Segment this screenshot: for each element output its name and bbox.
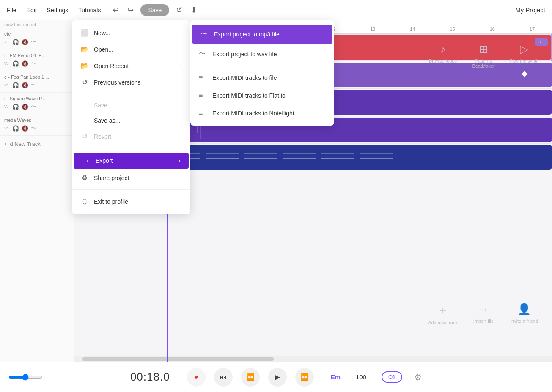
track-label-0: ete bbox=[4, 31, 69, 36]
export-midi-noteflight-label: Export MIDI tracks to Noteflight bbox=[212, 110, 294, 117]
volume-slider[interactable] bbox=[8, 374, 42, 381]
export-mp3-icon: 〜 bbox=[200, 30, 209, 38]
scroll-bar-thumb[interactable] bbox=[82, 357, 274, 361]
track-block-4 bbox=[167, 145, 552, 170]
menu-file[interactable]: File bbox=[7, 5, 16, 15]
track-item-1[interactable]: t - FM Piano 04 [E... Vol 🎧 🔇 〜 bbox=[0, 49, 74, 71]
track-label-2: e - Fog Pan Loop 1 ... bbox=[4, 74, 69, 79]
bpm-display: 100 bbox=[356, 373, 366, 381]
download-button[interactable]: ⬇ bbox=[189, 4, 199, 16]
revert-icon: ↺ bbox=[80, 132, 89, 140]
svg-rect-109 bbox=[244, 153, 277, 154]
action-patterns[interactable]: ⊞ Patterns BeatMaker bbox=[467, 43, 500, 69]
export-wav[interactable]: 〜 Export project to wav file bbox=[190, 44, 334, 63]
patterns-label: Patterns BeatMaker bbox=[467, 58, 500, 69]
wave-icon-1[interactable]: 〜 bbox=[31, 60, 36, 67]
action-add-track[interactable]: ＋ Add new track bbox=[426, 303, 460, 325]
track-label-3: t - Square Wave P... bbox=[4, 96, 69, 101]
sidebar-section-label: now Instrument bbox=[0, 20, 74, 28]
menu-open[interactable]: 📂 Open... bbox=[72, 41, 190, 58]
skip-back-button[interactable]: ⏮ bbox=[214, 368, 233, 387]
action-browse-loops[interactable]: ♪ Browse loops bbox=[426, 43, 460, 69]
ruler-13: 13 bbox=[353, 27, 393, 32]
action-import-file[interactable]: → Import file bbox=[467, 303, 500, 325]
menu-share-label: Share project bbox=[94, 175, 129, 181]
menu-save-as[interactable]: Save as... bbox=[72, 113, 190, 128]
wave-icon-0[interactable]: 〜 bbox=[31, 38, 36, 46]
scroll-bar-area[interactable] bbox=[74, 356, 552, 362]
wave-icon-4[interactable]: 〜 bbox=[31, 124, 36, 132]
new-icon: ⬜ bbox=[80, 29, 89, 37]
menu-section-export: → Export › ♻ Share project bbox=[72, 151, 190, 187]
play-button[interactable]: ▶ bbox=[268, 368, 287, 387]
mute-icon-1[interactable]: 🔇 bbox=[22, 60, 28, 67]
add-track-button[interactable]: + d New Track bbox=[0, 136, 74, 152]
menu-items: File Edit Settings Tutorials bbox=[7, 5, 101, 15]
ruler-16: 16 bbox=[472, 27, 512, 32]
undo-button[interactable]: ↩ bbox=[111, 4, 121, 16]
project-title: My Project bbox=[515, 6, 545, 14]
menu-revert-label: Revert bbox=[94, 133, 111, 140]
track-item-0[interactable]: ete Vol 🎧 🔇 〜 bbox=[0, 28, 74, 49]
menu-open-label: Open... bbox=[94, 46, 113, 53]
menu-settings[interactable]: Settings bbox=[47, 5, 69, 15]
menu-new-label: New... bbox=[94, 30, 110, 36]
headphone-icon-2[interactable]: 🎧 bbox=[12, 82, 19, 88]
track-item-2[interactable]: e - Fog Pan Loop 1 ... Vol 🎧 🔇 〜 bbox=[0, 71, 74, 93]
svg-rect-101 bbox=[203, 125, 203, 134]
menu-export[interactable]: → Export › bbox=[74, 153, 189, 169]
export-midi-flat[interactable]: ≡ Export MIDI tracks to Flat.io bbox=[190, 87, 334, 104]
toolbar-actions: ↩ ↪ Save ↺ ⬇ bbox=[111, 4, 199, 16]
track-item-4[interactable]: meda Waves Vol 🎧 🔇 〜 bbox=[0, 114, 74, 136]
menu-exit[interactable]: ⬡ Exit to profile bbox=[72, 193, 190, 210]
wave-icon-2[interactable]: 〜 bbox=[31, 81, 36, 89]
save-button[interactable]: Save bbox=[140, 4, 169, 16]
redo-button[interactable]: ↪ bbox=[126, 4, 135, 16]
menu-open-recent[interactable]: 📂 Open Recent › bbox=[72, 58, 190, 74]
vol-label-2: Vol bbox=[4, 83, 10, 87]
export-midi-file[interactable]: ≡ Export MIDI tracks to file bbox=[190, 69, 334, 87]
headphone-icon-1[interactable]: 🎧 bbox=[12, 60, 19, 67]
headphone-icon-3[interactable]: 🎧 bbox=[12, 104, 19, 110]
action-play-synth[interactable]: ▷ Play the synth bbox=[507, 43, 541, 69]
off-button[interactable]: Off bbox=[382, 371, 402, 383]
play-synth-label: Play the synth bbox=[509, 58, 538, 63]
import-label: Import file bbox=[473, 318, 494, 323]
open-recent-icon: 📂 bbox=[80, 62, 89, 70]
mute-icon-2[interactable]: 🔇 bbox=[22, 82, 28, 88]
svg-rect-110 bbox=[244, 156, 277, 156]
wave-icon-3[interactable]: 〜 bbox=[31, 103, 36, 110]
action-invite-friend[interactable]: 👤 Invite a friend bbox=[507, 303, 541, 325]
menu-bar: File Edit Settings Tutorials ↩ ↪ Save ↺ … bbox=[0, 0, 552, 20]
menu-share-project[interactable]: ♻ Share project bbox=[72, 170, 190, 186]
track-controls-1: Vol 🎧 🔇 〜 bbox=[4, 60, 69, 67]
export-midi-noteflight[interactable]: ≡ Export MIDI tracks to Noteflight bbox=[190, 104, 334, 122]
rewind-button[interactable]: ⏪ bbox=[241, 368, 260, 387]
mute-icon-0[interactable]: 🔇 bbox=[22, 39, 28, 45]
track-item-3[interactable]: t - Square Wave P... Vol 🎧 🔇 〜 bbox=[0, 93, 74, 114]
mute-icon-3[interactable]: 🔇 bbox=[22, 104, 28, 110]
export-mp3[interactable]: 〜 Export project to mp3 file bbox=[192, 25, 332, 44]
play-synth-icon: ▷ bbox=[520, 43, 528, 56]
mute-icon-4[interactable]: 🔇 bbox=[22, 125, 28, 132]
reset-button[interactable]: ↺ bbox=[174, 4, 184, 16]
invite-label: Invite a friend bbox=[510, 318, 538, 323]
divider-3 bbox=[72, 189, 190, 190]
settings-gear-button[interactable]: ⚙ bbox=[414, 372, 422, 382]
share-icon: ♻ bbox=[80, 174, 89, 182]
menu-edit[interactable]: Edit bbox=[27, 5, 37, 15]
volume-input[interactable] bbox=[8, 374, 42, 381]
headphone-icon-0[interactable]: 🎧 bbox=[12, 39, 19, 45]
svg-rect-98 bbox=[195, 126, 195, 134]
headphone-icon-4[interactable]: 🎧 bbox=[12, 125, 19, 132]
sidebar: now Instrument ete Vol 🎧 🔇 〜 t - FM Pian… bbox=[0, 20, 74, 362]
menu-new[interactable]: ⬜ New... bbox=[72, 25, 190, 41]
menu-tutorials[interactable]: Tutorials bbox=[78, 5, 101, 15]
svg-rect-114 bbox=[283, 158, 316, 159]
open-recent-chevron: › bbox=[180, 63, 182, 69]
record-button[interactable]: ● bbox=[187, 368, 206, 387]
menu-previous-versions[interactable]: ↺ Previous versions bbox=[72, 74, 190, 90]
divider-2 bbox=[72, 148, 190, 148]
divider-1 bbox=[72, 94, 190, 94]
fast-forward-button[interactable]: ⏩ bbox=[295, 368, 314, 387]
